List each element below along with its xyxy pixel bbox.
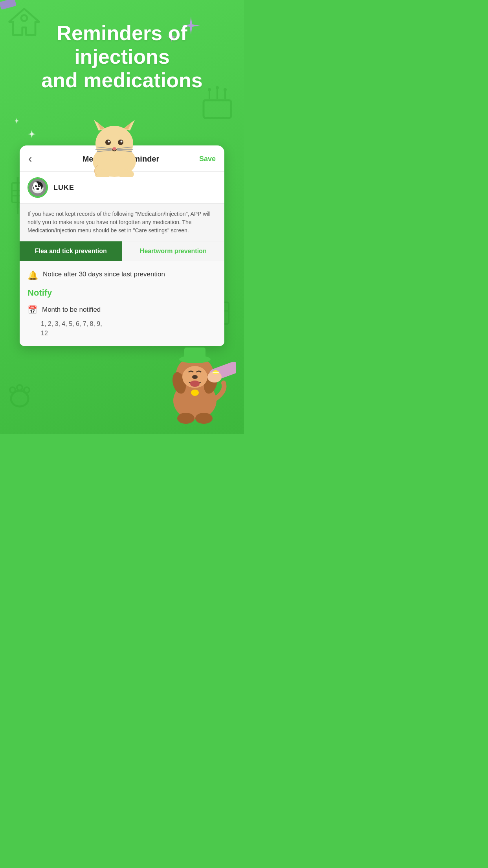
notice-text: Notice after 30 days since last preventi… bbox=[43, 270, 165, 280]
svg-point-22 bbox=[95, 126, 133, 161]
svg-point-31 bbox=[112, 147, 116, 150]
svg-point-67 bbox=[195, 413, 213, 424]
content-area: 🔔 Notice after 30 days since last preven… bbox=[20, 261, 224, 346]
svg-point-58 bbox=[192, 375, 198, 379]
months-value: 1, 2, 3, 4, 5, 6, 7, 8, 9, 12 bbox=[41, 319, 216, 338]
cat-illustration bbox=[75, 114, 154, 177]
save-button[interactable]: Save bbox=[199, 155, 216, 163]
month-row: 📅 Month to be notified bbox=[28, 305, 216, 314]
svg-rect-54 bbox=[184, 348, 205, 360]
back-button[interactable]: ‹ bbox=[28, 153, 42, 165]
svg-point-46 bbox=[38, 185, 40, 188]
dog-illustration bbox=[158, 340, 236, 426]
svg-rect-1 bbox=[204, 100, 231, 118]
svg-point-19 bbox=[17, 385, 22, 390]
svg-point-18 bbox=[10, 387, 15, 393]
svg-point-49 bbox=[36, 188, 39, 190]
svg-point-27 bbox=[105, 140, 111, 145]
page-title: Reminders of injections and medications bbox=[0, 22, 244, 92]
tab-heartworm[interactable]: Heartworm prevention bbox=[122, 241, 225, 261]
pet-name: LUKE bbox=[53, 184, 74, 192]
notify-label: Notify bbox=[28, 288, 216, 298]
notice-row: 🔔 Notice after 30 days since last preven… bbox=[28, 270, 216, 281]
background: Reminders of injections and medications bbox=[0, 0, 244, 434]
sparkle-white-2 bbox=[14, 118, 20, 124]
svg-point-30 bbox=[120, 141, 122, 143]
calendar-icon: 📅 bbox=[28, 305, 37, 314]
svg-point-45 bbox=[35, 185, 38, 188]
tab-flea-tick[interactable]: Flea and tick prevention bbox=[20, 241, 122, 261]
bg-paw-icon bbox=[4, 379, 35, 410]
bell-icon: 🔔 bbox=[28, 270, 38, 281]
svg-point-48 bbox=[39, 185, 40, 186]
info-box: If you have not kept records of the foll… bbox=[20, 204, 224, 241]
svg-point-0 bbox=[21, 15, 27, 21]
sparkle-white-1 bbox=[28, 130, 36, 138]
tabs-row: Flea and tick prevention Heartworm preve… bbox=[20, 241, 224, 261]
svg-point-47 bbox=[36, 185, 37, 186]
month-to-be-notified-label: Month to be notified bbox=[42, 306, 101, 314]
svg-rect-62 bbox=[212, 373, 216, 381]
svg-point-28 bbox=[118, 140, 123, 145]
svg-point-29 bbox=[108, 141, 110, 143]
svg-point-66 bbox=[177, 413, 194, 424]
svg-point-68 bbox=[191, 390, 199, 396]
svg-point-59 bbox=[190, 381, 200, 387]
pet-avatar bbox=[28, 177, 48, 198]
svg-point-20 bbox=[24, 387, 29, 393]
